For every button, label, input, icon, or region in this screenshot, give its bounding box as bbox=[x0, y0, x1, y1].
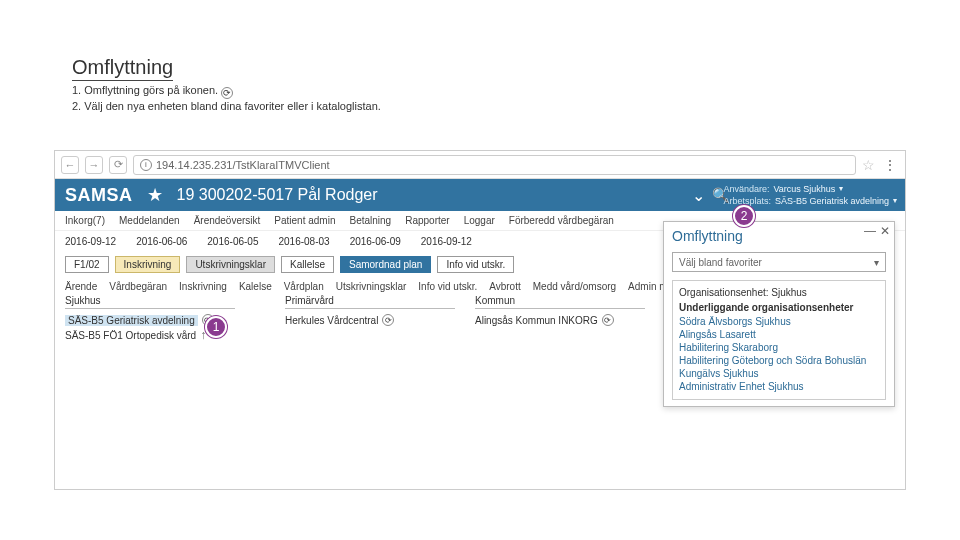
favorites-placeholder: Välj bland favoriter bbox=[679, 257, 762, 268]
org-option[interactable]: Alingsås Lasarett bbox=[679, 328, 879, 341]
subtab-item[interactable]: Info vid utskr. bbox=[418, 281, 477, 292]
date-item[interactable]: 2016-06-05 bbox=[207, 236, 258, 247]
user-chevron-icon[interactable]: ▾ bbox=[839, 183, 843, 195]
date-item[interactable]: 2016-06-09 bbox=[350, 236, 401, 247]
unit-name: Alingsås Kommun INKORG bbox=[475, 315, 598, 326]
menu-item[interactable]: Inkorg(7) bbox=[65, 215, 105, 226]
col-header-primarvard: Primärvård bbox=[285, 295, 455, 309]
tag-item[interactable]: Inskrivning bbox=[115, 256, 181, 273]
browser-window: ← → ⟳ i 194.14.235.231/TstKlaraITMVClien… bbox=[54, 150, 906, 490]
patient-name: 19 300202-5017 Pål Rodger bbox=[177, 186, 378, 204]
tag-item[interactable]: Samordnad plan bbox=[340, 256, 431, 273]
address-text: 194.14.235.231/TstKlaraITMVClient bbox=[156, 159, 330, 171]
tag-filter[interactable]: F1/02 bbox=[65, 256, 109, 273]
favorite-star-icon[interactable]: ★ bbox=[147, 184, 163, 206]
unit-name: SÄS-B5 FÖ1 Ortopedisk vård bbox=[65, 330, 196, 341]
refresh-icon: ⟳ bbox=[221, 87, 233, 99]
subtab-item[interactable]: Inskrivning bbox=[179, 281, 227, 292]
user-value: Varcus Sjukhus bbox=[773, 183, 835, 195]
menu-item[interactable]: Loggar bbox=[464, 215, 495, 226]
workplace-chevron-icon[interactable]: ▾ bbox=[893, 195, 897, 207]
menu-item[interactable]: Patient admin bbox=[274, 215, 335, 226]
page-title: Omflyttning bbox=[72, 56, 173, 81]
menu-item[interactable]: Rapporter bbox=[405, 215, 449, 226]
col-item[interactable]: Herkules Vårdcentral ⟳ bbox=[285, 313, 455, 327]
org-tree-box: Organisationsenhet: Sjukhus Underliggand… bbox=[672, 280, 886, 400]
bullet-1: 1. Omflyttning görs på ikonen. ⟳ bbox=[72, 84, 233, 97]
org-option[interactable]: Kungälvs Sjukhus bbox=[679, 367, 879, 380]
org-sub-label: Underliggande organisationsenheter bbox=[679, 302, 879, 313]
subtab-item[interactable]: Avbrott bbox=[489, 281, 521, 292]
col-header-sjukhus: Sjukhus bbox=[65, 295, 235, 309]
date-item[interactable]: 2016-08-03 bbox=[278, 236, 329, 247]
subtab-item[interactable]: Vårdplan bbox=[284, 281, 324, 292]
favorites-select[interactable]: Välj bland favoriter ▾ bbox=[672, 252, 886, 272]
menu-item[interactable]: Betalning bbox=[349, 215, 391, 226]
menu-item[interactable]: Förberedd vårdbegäran bbox=[509, 215, 614, 226]
org-option[interactable]: Habilitering Skaraborg bbox=[679, 341, 879, 354]
app-header: SAMSA ★ 19 300202-5017 Pål Rodger ⌄ 🔍 An… bbox=[55, 179, 905, 211]
panel-close-icon[interactable]: ✕ bbox=[880, 224, 890, 238]
callout-2: 2 bbox=[733, 205, 755, 227]
site-info-icon[interactable]: i bbox=[140, 159, 152, 171]
subtab-item[interactable]: Medd vård/omsorg bbox=[533, 281, 616, 292]
date-item[interactable]: 2016-06-06 bbox=[136, 236, 187, 247]
chevron-down-icon: ▾ bbox=[874, 257, 879, 268]
subtab-item[interactable]: Ärende bbox=[65, 281, 97, 292]
col-item[interactable]: Alingsås Kommun INKORG ⟳ bbox=[475, 313, 645, 327]
panel-minimize-icon[interactable]: — bbox=[864, 224, 876, 238]
address-bar[interactable]: i 194.14.235.231/TstKlaraITMVClient bbox=[133, 155, 856, 175]
browser-menu-icon[interactable]: ⋮ bbox=[881, 157, 899, 173]
date-item[interactable]: 2016-09-12 bbox=[65, 236, 116, 247]
bullet-2: 2. Välj den nya enheten bland dina favor… bbox=[72, 100, 381, 112]
subtab-item[interactable]: Utskrivningsklar bbox=[336, 281, 407, 292]
tag-item[interactable]: Kallelse bbox=[281, 256, 334, 273]
move-icon[interactable]: ⟳ bbox=[382, 314, 394, 326]
tag-item[interactable]: Info vid utskr. bbox=[437, 256, 514, 273]
workplace-value: SÄS-B5 Geriatrisk avdelning bbox=[775, 195, 889, 207]
selected-unit: SÄS-B5 Geriatrisk avdelning bbox=[65, 315, 198, 326]
org-label: Organisationsenhet: Sjukhus bbox=[679, 287, 879, 298]
bullet-1-text: 1. Omflyttning görs på ikonen. bbox=[72, 84, 218, 96]
callout-1: 1 bbox=[205, 316, 227, 338]
org-option[interactable]: Administrativ Enhet Sjukhus bbox=[679, 380, 879, 393]
date-item[interactable]: 2016-09-12 bbox=[421, 236, 472, 247]
user-label: Användare: bbox=[723, 183, 769, 195]
chevron-down-icon[interactable]: ⌄ bbox=[692, 186, 705, 205]
col-header-kommun: Kommun bbox=[475, 295, 645, 309]
browser-toolbar: ← → ⟳ i 194.14.235.231/TstKlaraITMVClien… bbox=[55, 151, 905, 179]
app-logo: SAMSA bbox=[65, 185, 133, 206]
nav-forward-button[interactable]: → bbox=[85, 156, 103, 174]
unit-name: Herkules Vårdcentral bbox=[285, 315, 378, 326]
omflyttning-panel: — ✕ Omflyttning Välj bland favoriter ▾ O… bbox=[663, 221, 895, 407]
nav-reload-button[interactable]: ⟳ bbox=[109, 156, 127, 174]
tag-item[interactable]: Utskrivningsklar bbox=[186, 256, 275, 273]
menu-item[interactable]: Ärendeöversikt bbox=[194, 215, 261, 226]
nav-back-button[interactable]: ← bbox=[61, 156, 79, 174]
subtab-item[interactable]: Vårdbegäran bbox=[109, 281, 167, 292]
move-icon[interactable]: ⟳ bbox=[602, 314, 614, 326]
panel-title: Omflyttning bbox=[664, 222, 894, 246]
org-option[interactable]: Habilitering Göteborg och Södra Bohuslän bbox=[679, 354, 879, 367]
menu-item[interactable]: Meddelanden bbox=[119, 215, 180, 226]
org-option[interactable]: Södra Älvsborgs Sjukhus bbox=[679, 315, 879, 328]
bookmark-star-icon[interactable]: ☆ bbox=[862, 157, 875, 173]
subtab-item[interactable]: Kalelse bbox=[239, 281, 272, 292]
